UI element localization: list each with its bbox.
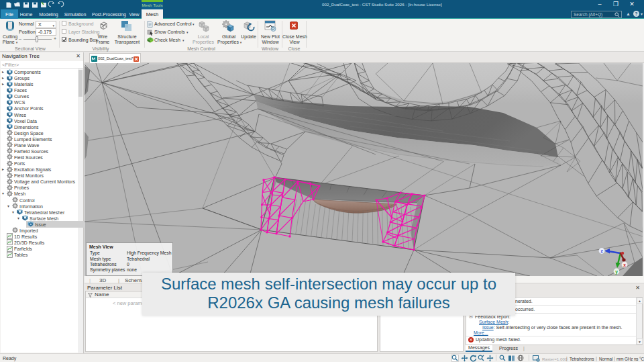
svg-text:x: x (623, 263, 626, 267)
svg-text:y: y (615, 269, 618, 275)
